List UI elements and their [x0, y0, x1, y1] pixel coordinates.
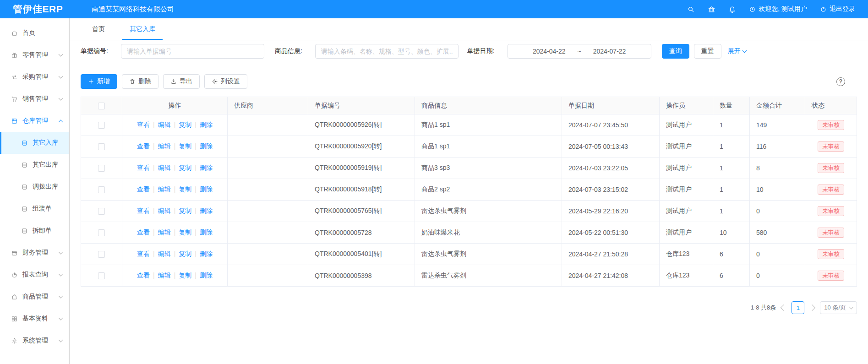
- logout-button[interactable]: 退出登录: [820, 5, 855, 13]
- action-copy-link[interactable]: 复制: [179, 207, 191, 214]
- row-checkbox[interactable]: [98, 186, 105, 193]
- action-view-link[interactable]: 查看: [137, 185, 150, 193]
- date-range-picker[interactable]: 2024-04-22 ~ 2024-07-22: [508, 44, 651, 59]
- action-view-link[interactable]: 查看: [137, 142, 150, 150]
- action-edit-link[interactable]: 编辑: [158, 228, 171, 236]
- row-checkbox[interactable]: [98, 122, 105, 129]
- action-delete-link[interactable]: 删除: [200, 207, 213, 214]
- action-delete-link[interactable]: 删除: [200, 185, 213, 193]
- query-button[interactable]: 查询: [662, 44, 689, 59]
- row-checkbox[interactable]: [98, 143, 105, 150]
- action-delete-link[interactable]: 删除: [200, 250, 213, 257]
- help-icon[interactable]: ?: [836, 77, 845, 86]
- row-checkbox[interactable]: [98, 165, 105, 172]
- action-delete-link[interactable]: 删除: [200, 272, 213, 279]
- row-checkbox[interactable]: [98, 251, 105, 258]
- cell-quantity: 10: [713, 222, 750, 244]
- action-copy-link[interactable]: 复制: [179, 228, 191, 236]
- action-delete-link[interactable]: 删除: [200, 142, 213, 150]
- page-size-select[interactable]: 10 条/页: [820, 301, 857, 314]
- action-edit-link[interactable]: 编辑: [158, 142, 171, 150]
- bank-icon[interactable]: [708, 5, 715, 13]
- bill-no-input[interactable]: [121, 44, 264, 59]
- row-select-cell: [81, 179, 122, 201]
- column-header: 状态: [805, 97, 857, 114]
- row-checkbox[interactable]: [98, 208, 105, 215]
- home-icon: [11, 30, 18, 37]
- action-copy-link[interactable]: 复制: [179, 121, 191, 128]
- status-badge: 未审核: [818, 249, 844, 260]
- action-copy-link[interactable]: 复制: [179, 164, 191, 171]
- action-copy-link[interactable]: 复制: [179, 185, 191, 193]
- sidebar-item-purchase-mgmt[interactable]: 采购管理: [0, 66, 69, 88]
- table-row: 查看|编辑|复制|删除QTRK00000005398雷达杀虫气雾剂2024-04…: [81, 265, 857, 287]
- cell-bill-date: 2024-07-07 23:45:50: [562, 114, 660, 136]
- welcome-user[interactable]: 欢迎您, 测试用户: [749, 5, 807, 13]
- prev-page-icon[interactable]: [781, 304, 787, 311]
- export-button[interactable]: 导出: [163, 74, 200, 89]
- action-copy-link[interactable]: 复制: [179, 250, 191, 257]
- add-button[interactable]: 新增: [81, 74, 117, 89]
- sidebar-item-other-inbound[interactable]: 其它入库: [0, 132, 69, 154]
- sidebar-item-warehouse-mgmt[interactable]: 仓库管理: [0, 110, 69, 132]
- current-page-button[interactable]: 1: [792, 301, 804, 314]
- table-toolbar: 新增 删除 导出 列设置 ?: [81, 74, 857, 89]
- action-edit-link[interactable]: 编辑: [158, 207, 171, 214]
- action-view-link[interactable]: 查看: [137, 250, 150, 257]
- row-checkbox[interactable]: [98, 272, 105, 279]
- action-separator: |: [195, 272, 197, 279]
- sidebar-item-assembly-bill[interactable]: 组装单: [0, 198, 69, 220]
- tab-other-inbound[interactable]: 其它入库: [127, 18, 158, 40]
- sidebar-item-base-data[interactable]: 基本资料: [0, 308, 69, 330]
- sidebar-item-system-mgmt[interactable]: 系统管理: [0, 330, 69, 352]
- action-delete-link[interactable]: 删除: [200, 121, 213, 128]
- sidebar-item-report-query[interactable]: 报表查询: [0, 264, 69, 286]
- sidebar-item-home[interactable]: 首页: [0, 22, 69, 44]
- action-view-link[interactable]: 查看: [137, 228, 150, 236]
- action-copy-link[interactable]: 复制: [179, 272, 191, 279]
- cell-bill-no: QTRK00000005401[转]: [308, 244, 415, 265]
- sidebar-item-retail-mgmt[interactable]: 零售管理: [0, 44, 69, 66]
- column-header: 供应商: [228, 97, 308, 114]
- action-view-link[interactable]: 查看: [137, 121, 150, 128]
- date-end-value[interactable]: 2024-07-22: [593, 48, 626, 55]
- sidebar-item-finance-mgmt[interactable]: 财务管理: [0, 242, 69, 264]
- tab-bar: 首页 其它入库: [70, 18, 868, 40]
- date-start-value[interactable]: 2024-04-22: [533, 48, 566, 55]
- next-page-icon[interactable]: [809, 304, 815, 311]
- cell-amount-total: 0: [750, 201, 805, 222]
- action-view-link[interactable]: 查看: [137, 272, 150, 279]
- action-edit-link[interactable]: 编辑: [158, 121, 171, 128]
- goods-info-input[interactable]: [315, 44, 459, 59]
- action-edit-link[interactable]: 编辑: [158, 272, 171, 279]
- action-edit-link[interactable]: 编辑: [158, 250, 171, 257]
- action-edit-link[interactable]: 编辑: [158, 164, 171, 171]
- expand-link[interactable]: 展开: [728, 47, 746, 55]
- search-icon[interactable]: [687, 5, 695, 13]
- sidebar-item-other-outbound[interactable]: 其它出库: [0, 154, 69, 176]
- action-delete-link[interactable]: 删除: [200, 164, 213, 171]
- action-view-link[interactable]: 查看: [137, 164, 150, 171]
- column-settings-button[interactable]: 列设置: [204, 74, 247, 89]
- table-row: 查看|编辑|复制|删除QTRK00000005920[转]商品1 sp12024…: [81, 136, 857, 158]
- sidebar-item-transfer-outbound[interactable]: 调拨出库: [0, 176, 69, 198]
- reset-button[interactable]: 重置: [694, 44, 721, 59]
- row-checkbox[interactable]: [98, 229, 105, 236]
- action-view-link[interactable]: 查看: [137, 207, 150, 214]
- sidebar-item-disassembly-bill[interactable]: 拆卸单: [0, 220, 69, 242]
- row-select-cell: [81, 114, 122, 136]
- sidebar-item-label: 仓库管理: [22, 117, 48, 125]
- action-delete-link[interactable]: 删除: [200, 228, 213, 236]
- sidebar-item-sales-mgmt[interactable]: 销售管理: [0, 88, 69, 110]
- row-actions-cell: 查看|编辑|复制|删除: [122, 114, 228, 136]
- select-all-checkbox[interactable]: [98, 103, 105, 109]
- bell-icon[interactable]: [728, 5, 736, 13]
- chevron-down-icon: [59, 338, 63, 342]
- sidebar-item-goods-mgmt[interactable]: 商品管理: [0, 286, 69, 308]
- header-select-cell: [81, 97, 122, 114]
- action-edit-link[interactable]: 编辑: [158, 185, 171, 193]
- delete-button[interactable]: 删除: [122, 74, 158, 89]
- action-copy-link[interactable]: 复制: [179, 142, 191, 150]
- tab-home[interactable]: 首页: [89, 18, 108, 40]
- action-separator: |: [195, 185, 197, 193]
